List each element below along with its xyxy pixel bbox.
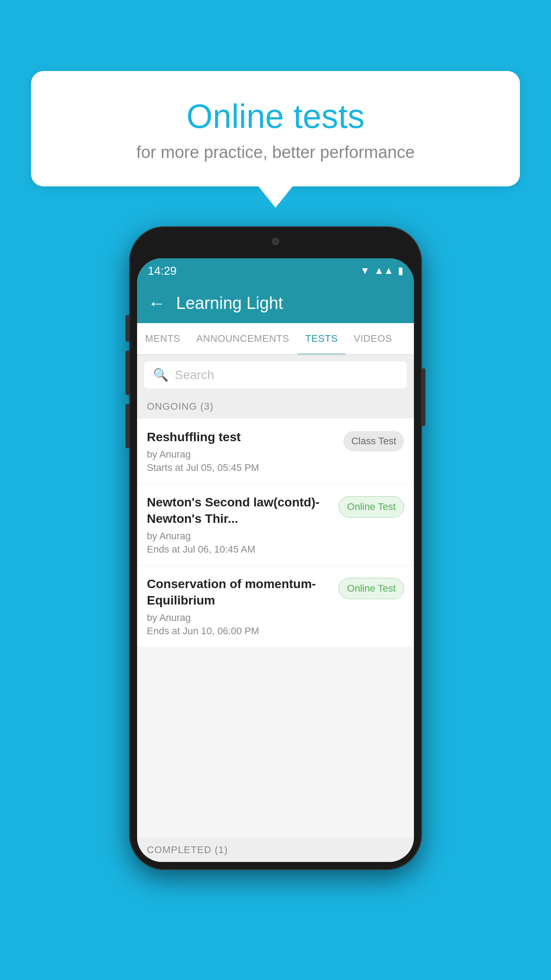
test-badge-2: Online Test [338, 496, 404, 518]
search-input[interactable]: Search [175, 368, 214, 382]
test-item-1[interactable]: Reshuffling test by Anurag Starts at Jul… [137, 419, 414, 484]
test-time-2: Ends at Jul 06, 10:45 AM [147, 544, 331, 555]
phone-button-volume-down [126, 351, 129, 395]
phone-button-power [422, 368, 425, 426]
status-time: 14:29 [148, 264, 177, 278]
test-author-3: by Anurag [147, 612, 331, 624]
search-icon: 🔍 [153, 368, 169, 382]
tab-videos[interactable]: VIDEOS [346, 323, 400, 354]
bubble-title: Online tests [53, 98, 498, 135]
speech-bubble-container: Online tests for more practice, better p… [31, 71, 520, 186]
test-name-3: Conservation of momentum-Equilibrium [147, 576, 331, 609]
tab-ments[interactable]: MENTS [137, 323, 189, 354]
speech-bubble: Online tests for more practice, better p… [31, 71, 520, 186]
screen-inner: 14:29 ▼ ▲▲ ▮ ← Learning Light MENTS ANNO… [137, 258, 414, 862]
bubble-subtitle: for more practice, better performance [53, 143, 498, 162]
completed-section: COMPLETED (1) [137, 838, 414, 862]
search-container: 🔍 Search [137, 355, 414, 395]
test-time-1: Starts at Jul 05, 05:45 PM [147, 462, 336, 474]
test-author-1: by Anurag [147, 449, 336, 460]
tests-list: Reshuffling test by Anurag Starts at Jul… [137, 419, 414, 647]
test-time-3: Ends at Jun 10, 06:00 PM [147, 625, 331, 637]
completed-label: COMPLETED (1) [147, 844, 228, 855]
signal-icon: ▲▲ [374, 265, 394, 277]
tab-tests[interactable]: TESTS [297, 323, 346, 354]
phone-outer: 14:29 ▼ ▲▲ ▮ ← Learning Light MENTS ANNO… [129, 226, 422, 870]
app-header: ← Learning Light [137, 283, 414, 323]
tab-announcements[interactable]: ANNOUNCEMENTS [189, 323, 297, 354]
battery-icon: ▮ [398, 265, 403, 277]
test-name-1: Reshuffling test [147, 429, 336, 445]
phone-wrapper: 14:29 ▼ ▲▲ ▮ ← Learning Light MENTS ANNO… [129, 226, 422, 870]
phone-screen: 14:29 ▼ ▲▲ ▮ ← Learning Light MENTS ANNO… [137, 258, 414, 862]
test-info-2: Newton's Second law(contd)-Newton's Thir… [147, 494, 331, 555]
test-name-2: Newton's Second law(contd)-Newton's Thir… [147, 494, 331, 527]
ongoing-section-header: ONGOING (3) [137, 395, 414, 419]
ongoing-label: ONGOING (3) [147, 401, 213, 412]
test-item-3[interactable]: Conservation of momentum-Equilibrium by … [137, 565, 414, 647]
phone-button-volume-up [126, 315, 129, 342]
phone-top-bar [137, 234, 414, 258]
test-badge-3: Online Test [338, 578, 404, 599]
back-button[interactable]: ← [148, 293, 165, 313]
status-icons: ▼ ▲▲ ▮ [360, 265, 403, 277]
wifi-icon: ▼ [360, 265, 370, 277]
status-bar: 14:29 ▼ ▲▲ ▮ [137, 258, 414, 283]
search-box[interactable]: 🔍 Search [144, 361, 407, 388]
camera-dot [272, 238, 279, 245]
phone-button-volume-down2 [126, 404, 129, 448]
test-info-1: Reshuffling test by Anurag Starts at Jul… [147, 429, 336, 474]
test-info-3: Conservation of momentum-Equilibrium by … [147, 576, 331, 637]
test-badge-1: Class Test [343, 431, 404, 451]
app-title: Learning Light [176, 294, 283, 313]
tabs-bar: MENTS ANNOUNCEMENTS TESTS VIDEOS [137, 323, 414, 355]
phone-notch [249, 234, 302, 249]
test-author-2: by Anurag [147, 530, 331, 542]
test-item-2[interactable]: Newton's Second law(contd)-Newton's Thir… [137, 484, 414, 565]
